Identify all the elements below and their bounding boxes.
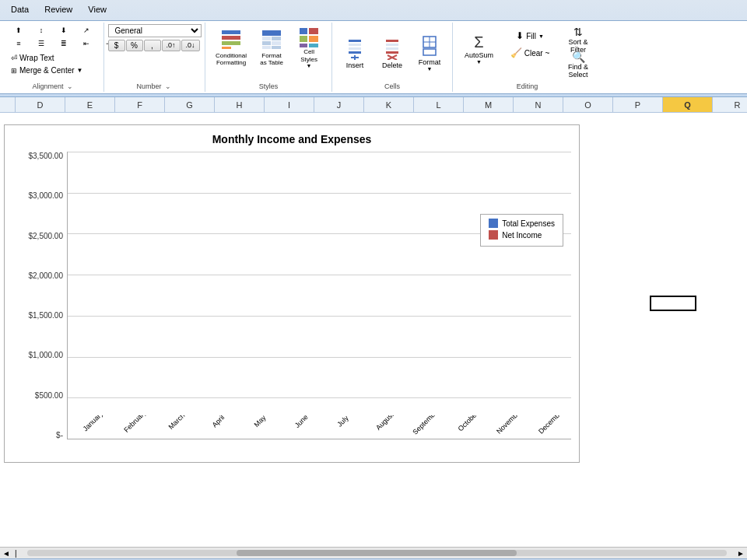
- x-label-feb: February: [122, 415, 148, 434]
- fill-icon: ⬇: [516, 30, 524, 41]
- scroll-thumb[interactable]: [237, 550, 517, 556]
- scroll-right-btn[interactable]: ►: [735, 549, 747, 558]
- svg-rect-7: [262, 41, 271, 45]
- col-header-R[interactable]: R: [713, 97, 747, 112]
- x-label-aug: August: [374, 415, 395, 432]
- col-spacer: [0, 97, 16, 112]
- styles-group: ConditionalFormatting: [205, 23, 332, 92]
- align-left-btn[interactable]: ≡: [8, 37, 30, 50]
- tab-view[interactable]: View: [80, 3, 114, 20]
- svg-rect-4: [262, 30, 281, 36]
- tab-data[interactable]: Data: [3, 3, 37, 20]
- y-label-500: $500.00: [35, 391, 63, 400]
- increase-decimal-btn[interactable]: .0↑: [162, 40, 181, 51]
- fill-button[interactable]: ⬇ Fill ▼: [503, 28, 557, 44]
- align-bottom-btn[interactable]: ⬇: [53, 24, 75, 37]
- align-right-btn[interactable]: ≣: [53, 37, 75, 50]
- cell-styles-arrow[interactable]: ▼: [307, 63, 312, 68]
- merge-icon: ⊞: [11, 67, 17, 75]
- number-label: Number: [136, 82, 161, 90]
- spreadsheet-area: Monthly Income and Expenses $3,500.00 $3…: [0, 113, 747, 560]
- format-as-table-button[interactable]: Formatas Table: [254, 24, 289, 71]
- col-header-Q[interactable]: Q: [663, 97, 713, 112]
- merge-dropdown-arrow[interactable]: ▼: [77, 67, 83, 74]
- x-label-jun: June: [293, 415, 310, 429]
- orient-btn[interactable]: ↗: [75, 24, 97, 37]
- delete-button[interactable]: Delete: [374, 27, 410, 78]
- svg-rect-25: [386, 47, 398, 50]
- align-top-icon: ⬆: [16, 26, 22, 34]
- ribbon: Data Review View ⬆ ↕ ⬇: [0, 0, 747, 97]
- clear-label: Clear ~: [524, 49, 550, 58]
- scroll-track[interactable]: [27, 550, 728, 556]
- insert-icon: [342, 37, 367, 61]
- align-center-btn[interactable]: ☰: [30, 37, 52, 50]
- format-button[interactable]: Format ▼: [412, 27, 447, 78]
- chart-container: Monthly Income and Expenses $3,500.00 $3…: [4, 124, 580, 463]
- autosum-button[interactable]: Σ AutoSum ▼: [460, 26, 499, 72]
- scroll-left-btn[interactable]: ◄: [0, 549, 12, 558]
- number-expand[interactable]: ⌄: [163, 82, 173, 90]
- currency-btn[interactable]: $: [108, 40, 125, 51]
- styles-label: Styles: [259, 82, 279, 90]
- chart-plot: January February March April May: [67, 152, 571, 439]
- col-header-I[interactable]: I: [265, 97, 314, 112]
- format-arrow[interactable]: ▼: [427, 66, 433, 72]
- find-select-button[interactable]: 🔍 Find &Select: [559, 53, 597, 76]
- find-icon: 🔍: [572, 51, 585, 63]
- align-left-icon: ≡: [16, 40, 20, 47]
- wrap-text-button[interactable]: ⏎ Wrap Text: [8, 52, 86, 64]
- scroll-tab-btn[interactable]: |: [12, 549, 19, 558]
- alignment-expand[interactable]: ⌄: [65, 82, 75, 90]
- decrease-decimal-btn[interactable]: .0↓: [181, 40, 200, 51]
- selected-cell[interactable]: [650, 296, 696, 311]
- y-label-0: $-: [56, 431, 63, 439]
- svg-rect-1: [222, 36, 240, 40]
- svg-rect-12: [309, 28, 318, 34]
- conditional-formatting-button[interactable]: ConditionalFormatting: [210, 24, 252, 71]
- cells-label: Cells: [384, 82, 400, 90]
- svg-rect-22: [351, 57, 359, 58]
- cell-styles-label: CellStyles: [300, 48, 317, 63]
- insert-button[interactable]: Insert: [337, 27, 373, 78]
- alignment-rows: ⬆ ↕ ⬇ ↗ ≡: [8, 24, 120, 50]
- clear-button[interactable]: 🧹 Clear ~: [503, 45, 557, 61]
- autosum-arrow[interactable]: ▼: [476, 59, 482, 65]
- legend-blue-label: Total Expenses: [502, 219, 555, 228]
- col-header-G[interactable]: G: [165, 97, 215, 112]
- col-header-F[interactable]: F: [115, 97, 165, 112]
- align-top-btn[interactable]: ⬆: [8, 24, 30, 37]
- col-header-D[interactable]: D: [16, 97, 65, 112]
- col-header-M[interactable]: M: [464, 97, 514, 112]
- find-label: Find &Select: [568, 63, 588, 79]
- col-header-P[interactable]: P: [613, 97, 663, 112]
- col-header-J[interactable]: J: [314, 97, 364, 112]
- orient-icon: ↗: [83, 26, 89, 34]
- align-middle-btn[interactable]: ↕: [30, 24, 52, 37]
- col-header-L[interactable]: L: [414, 97, 464, 112]
- x-label-may: May: [252, 415, 267, 429]
- cell-styles-button[interactable]: CellStyles ▼: [291, 24, 327, 71]
- col-header-O[interactable]: O: [563, 97, 613, 112]
- sort-filter-button[interactable]: ⇅ Sort &Filter: [559, 28, 597, 51]
- decrease-indent-btn[interactable]: ⇤: [75, 37, 97, 50]
- y-label-2000: $2,000.00: [29, 271, 64, 280]
- number-format-dropdown[interactable]: General Number Currency Accounting Short…: [108, 24, 202, 37]
- x-label-dec: December: [537, 415, 565, 436]
- alignment-label: Alignment: [32, 82, 63, 90]
- tab-review[interactable]: Review: [37, 3, 80, 20]
- svg-rect-15: [300, 44, 307, 47]
- fill-arrow[interactable]: ▼: [538, 33, 544, 39]
- format-table-icon: [259, 28, 284, 52]
- percent-btn[interactable]: %: [126, 40, 143, 51]
- horizontal-scrollbar[interactable]: ◄ | ►: [0, 547, 747, 558]
- col-header-E[interactable]: E: [65, 97, 115, 112]
- format-label: Format: [419, 58, 441, 66]
- col-header-H[interactable]: H: [215, 97, 265, 112]
- svg-rect-30: [423, 49, 436, 55]
- col-header-N[interactable]: N: [514, 97, 563, 112]
- col-header-K[interactable]: K: [364, 97, 414, 112]
- merge-center-button[interactable]: ⊞ Merge & Center ▼: [8, 65, 86, 76]
- comma-btn[interactable]: ,: [144, 40, 161, 51]
- insert-label: Insert: [346, 61, 364, 69]
